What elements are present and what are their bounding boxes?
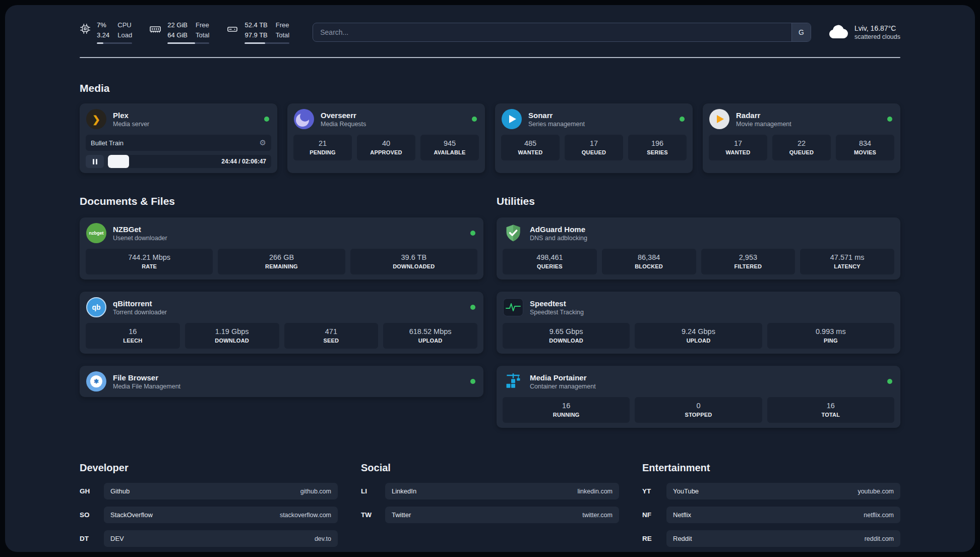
playback-time: 24:44 / 02:06:47: [221, 158, 266, 165]
search-bar: G: [313, 23, 811, 42]
stat-download: 9.65 Gbps DOWNLOAD: [503, 323, 630, 349]
bookmark-abbr: RE: [642, 535, 666, 542]
app-subtitle: DNS and adblocking: [530, 235, 587, 242]
bookmark-abbr: TW: [361, 511, 385, 519]
app-card-nzbget[interactable]: nzbget NZBGet Usenet downloader 744.21 M…: [80, 217, 483, 280]
stat-seed: 471 SEED: [284, 323, 379, 349]
stat-pending: 21 PENDING: [293, 135, 352, 160]
disk-bar: [244, 42, 289, 44]
bookmark-link[interactable]: Reddit reddit.com: [666, 530, 900, 547]
search-input[interactable]: [313, 23, 791, 41]
app-card-portainer[interactable]: Media Portainer Container management 16 …: [497, 366, 900, 428]
bookmark-youtube: YT YouTube youtube.com: [642, 483, 900, 499]
cpu-percent: 7%: [97, 20, 109, 30]
stat-approved: 40 APPROVED: [357, 135, 415, 160]
disk-total: 97.9 TB: [244, 30, 267, 40]
memory-free: 22 GiB: [167, 20, 188, 30]
app-subtitle: Speedtest Tracking: [530, 309, 584, 316]
section-title-utilities: Utilities: [497, 195, 900, 207]
app-subtitle: Container management: [530, 383, 596, 390]
bookmark-abbr: YT: [642, 487, 666, 495]
plex-icon: ❯: [86, 109, 106, 129]
bookmark-stackoverflow: SO StackOverflow stackoverflow.com: [80, 507, 338, 523]
app-name: Radarr: [736, 111, 791, 120]
stat-latency: 47.571 ms LATENCY: [800, 249, 894, 274]
portainer-icon: [504, 372, 523, 391]
app-card-speedtest[interactable]: Speedtest Speedtest Tracking 9.65 Gbps D…: [497, 292, 900, 354]
weather-widget[interactable]: Lviv, 16.87°C scattered clouds: [827, 24, 900, 41]
playback-progress[interactable]: 24:44 / 02:06:47: [108, 155, 271, 168]
radarr-icon: [709, 109, 729, 129]
dashboard-page: 7% 3.24 CPU Load: [5, 5, 975, 552]
bookmark-linkedin: LI LinkedIn linkedin.com: [361, 483, 619, 499]
cpu-label-2: Load: [117, 30, 132, 40]
app-subtitle: Media Requests: [321, 121, 366, 128]
ram-icon: [149, 23, 161, 35]
pause-button[interactable]: [86, 155, 104, 168]
disk-label-2: Total: [276, 30, 289, 40]
disk-widget: 52.4 TB 97.9 TB Free Total: [226, 20, 289, 44]
memory-total: 64 GiB: [167, 30, 188, 40]
bookmark-abbr: DT: [80, 535, 104, 542]
bookmark-dev: DT DEV dev.to: [80, 530, 338, 547]
bookmark-group-social: Social LI LinkedIn linkedin.com TW Twitt…: [361, 462, 619, 552]
bookmark-netflix: NF Netflix netflix.com: [642, 507, 900, 523]
status-indicator: [470, 305, 475, 310]
app-card-filebrowser[interactable]: ✱ File Browser Media File Management: [80, 366, 483, 397]
bookmark-group-title: Developer: [80, 462, 338, 474]
app-subtitle: Series management: [528, 121, 585, 128]
app-name: qBittorrent: [113, 299, 167, 308]
bookmark-group-entertainment: Entertainment YT YouTube youtube.com NF …: [642, 462, 900, 552]
app-name: Media Portainer: [530, 373, 596, 382]
bookmark-reddit: RE Reddit reddit.com: [642, 530, 900, 547]
bookmark-link[interactable]: LinkedIn linkedin.com: [385, 483, 619, 499]
app-subtitle: Media File Management: [113, 383, 180, 390]
bookmark-link[interactable]: Netflix netflix.com: [666, 507, 900, 523]
bookmark-link[interactable]: StackOverflow stackoverflow.com: [104, 507, 338, 523]
app-name: Speedtest: [530, 299, 584, 308]
app-card-qbittorrent[interactable]: qb qBittorrent Torrent downloader 16 LEE…: [80, 292, 483, 354]
bookmark-group-developer: Developer GH Github github.com SO StackO…: [80, 462, 338, 552]
app-subtitle: Usenet downloader: [113, 235, 167, 242]
section-title-media: Media: [80, 82, 900, 94]
stat-upload: 618.52 Mbps UPLOAD: [383, 323, 477, 349]
filebrowser-icon: ✱: [86, 371, 106, 392]
status-indicator: [470, 379, 475, 384]
search-engine-button[interactable]: G: [791, 23, 811, 41]
app-card-overseerr[interactable]: Overseerr Media Requests 21 PENDING 40 A…: [287, 103, 485, 173]
memory-label-2: Total: [196, 30, 209, 40]
disk-icon: [226, 23, 238, 35]
stat-wanted: 485 WANTED: [501, 135, 560, 160]
stat-queued: 17 QUEUED: [565, 135, 623, 160]
stat-movies: 834 MOVIES: [836, 135, 894, 160]
app-card-sonarr[interactable]: Sonarr Series management 485 WANTED 17 Q…: [495, 103, 693, 173]
overseerr-icon: [294, 109, 314, 129]
bookmark-link[interactable]: Github github.com: [104, 483, 338, 499]
bookmark-group-title: Entertainment: [642, 462, 900, 474]
bookmark-abbr: LI: [361, 487, 385, 495]
bookmark-abbr: GH: [80, 487, 104, 495]
bookmark-link[interactable]: YouTube youtube.com: [666, 483, 900, 499]
status-indicator: [472, 117, 477, 122]
weather-condition: scattered clouds: [854, 33, 900, 40]
cpu-icon: [80, 23, 91, 34]
bookmark-link[interactable]: DEV dev.to: [104, 530, 338, 547]
stat-ping: 0.993 ms PING: [767, 323, 894, 349]
stat-queries: 498,461 QUERIES: [503, 249, 597, 274]
cpu-bar: [97, 42, 132, 44]
stat-running: 16 RUNNING: [503, 397, 630, 423]
app-card-radarr[interactable]: Radarr Movie management 17 WANTED 22 QUE…: [703, 103, 900, 173]
app-card-plex[interactable]: ❯ Plex Media server Bullet Train ⚙ 24:44: [80, 103, 277, 173]
gear-icon[interactable]: ⚙: [260, 138, 266, 147]
nzbget-icon: nzbget: [86, 223, 106, 243]
app-name: AdGuard Home: [530, 225, 587, 234]
bookmark-twitter: TW Twitter twitter.com: [361, 507, 619, 523]
app-name: NZBGet: [113, 225, 167, 234]
bookmark-link[interactable]: Twitter twitter.com: [385, 507, 619, 523]
app-name: Plex: [113, 111, 149, 120]
app-card-adguard[interactable]: AdGuard Home DNS and adblocking 498,461 …: [497, 217, 900, 280]
stat-filtered: 2,953 FILTERED: [701, 249, 795, 274]
stat-leech: 16 LEECH: [86, 323, 180, 349]
stat-upload: 9.24 Gbps UPLOAD: [635, 323, 762, 349]
topbar: 7% 3.24 CPU Load: [80, 20, 900, 44]
